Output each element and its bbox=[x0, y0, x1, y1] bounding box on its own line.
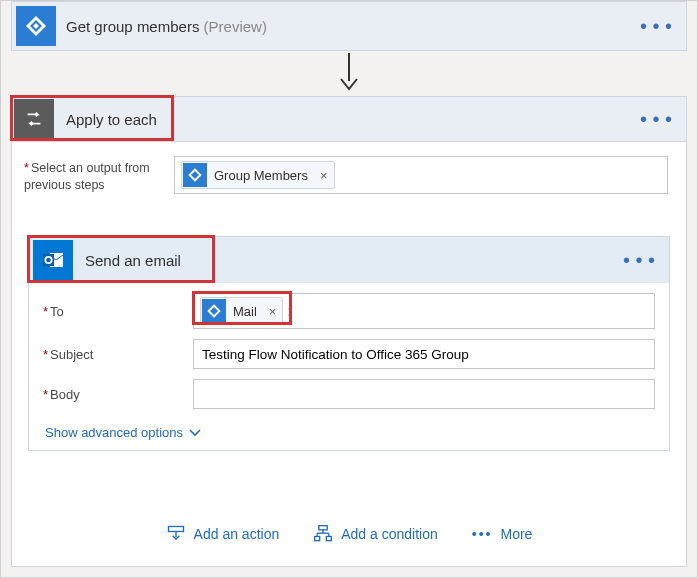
send-email-menu-button[interactable]: • • • bbox=[623, 250, 655, 270]
outlook-icon bbox=[33, 240, 73, 280]
apply-to-each-container: Apply to each • • • *Select an output fr… bbox=[11, 96, 687, 567]
send-email-header[interactable]: Send an email • • • bbox=[29, 237, 669, 283]
show-advanced-options[interactable]: Show advanced options bbox=[45, 425, 201, 440]
apply-menu-button[interactable]: • • • bbox=[640, 109, 672, 129]
send-email-title: Send an email bbox=[85, 252, 181, 269]
to-label: To bbox=[50, 304, 64, 319]
subject-row: *Subject bbox=[43, 339, 655, 369]
svg-rect-6 bbox=[319, 526, 327, 530]
svg-rect-11 bbox=[315, 537, 320, 541]
body-row: *Body bbox=[43, 379, 655, 409]
action-get-group-members[interactable]: Get group members (Preview) • • • bbox=[11, 1, 687, 51]
select-output-label: *Select an output from previous steps bbox=[24, 156, 174, 194]
body-label: Body bbox=[50, 387, 80, 402]
add-action-icon bbox=[166, 524, 186, 544]
to-row: *To Mail × ; bbox=[43, 293, 655, 329]
token-group-members[interactable]: Group Members × bbox=[181, 161, 335, 189]
to-input[interactable]: Mail × ; bbox=[193, 293, 655, 329]
select-output-row: *Select an output from previous steps Gr… bbox=[12, 142, 686, 202]
bottom-actions: Add an action Add a condition ••• More bbox=[12, 524, 686, 544]
chevron-down-icon bbox=[189, 427, 201, 439]
to-trailing-text: ; bbox=[287, 303, 291, 319]
token-mail[interactable]: Mail × bbox=[200, 297, 283, 325]
select-output-input[interactable]: Group Members × bbox=[174, 156, 668, 194]
loop-icon bbox=[14, 99, 54, 139]
token-remove-icon[interactable]: × bbox=[314, 168, 334, 183]
action-send-email: Send an email • • • *To Mail bbox=[28, 236, 670, 451]
more-button[interactable]: ••• More bbox=[472, 524, 533, 544]
add-action-button[interactable]: Add an action bbox=[166, 524, 280, 544]
apply-to-each-header[interactable]: Apply to each • • • bbox=[12, 97, 686, 142]
svg-rect-4 bbox=[168, 527, 183, 532]
action-title: Get group members (Preview) bbox=[66, 18, 267, 35]
action-menu-button[interactable]: • • • bbox=[640, 16, 672, 36]
flow-arrow-icon bbox=[338, 53, 360, 96]
azure-ad-icon bbox=[16, 6, 56, 46]
subject-input[interactable] bbox=[193, 339, 655, 369]
svg-rect-12 bbox=[327, 537, 332, 541]
token-remove-icon[interactable]: × bbox=[263, 304, 283, 319]
add-condition-button[interactable]: Add a condition bbox=[313, 524, 438, 544]
apply-to-each-title: Apply to each bbox=[66, 111, 157, 128]
azure-ad-icon bbox=[183, 163, 207, 187]
dots-icon: ••• bbox=[472, 526, 493, 542]
subject-label: Subject bbox=[50, 347, 93, 362]
add-condition-icon bbox=[313, 524, 333, 544]
azure-ad-icon bbox=[202, 299, 226, 323]
body-input[interactable] bbox=[193, 379, 655, 409]
